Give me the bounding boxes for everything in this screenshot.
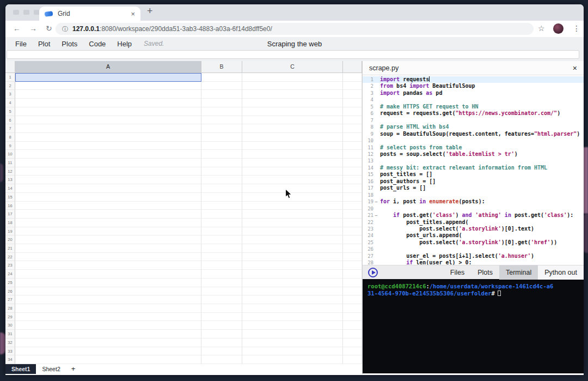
row-header[interactable]: 8 (5, 133, 15, 142)
add-sheet-button[interactable]: + (66, 364, 81, 374)
grid-cell[interactable] (201, 99, 242, 107)
grid-cell[interactable] (15, 253, 201, 262)
grid-cell[interactable] (242, 347, 343, 356)
grid-cell[interactable] (242, 235, 343, 244)
fold-marker-icon[interactable]: − (373, 212, 379, 219)
grid-cell[interactable] (242, 253, 343, 262)
grid-cell[interactable] (15, 133, 201, 142)
row-header[interactable]: 7 (5, 124, 15, 133)
code-line[interactable]: 8# parse HTML with bs4 (363, 124, 584, 130)
grid-body[interactable]: 1234567891011121314151617181920212223242… (5, 73, 362, 364)
grid-cell[interactable] (343, 338, 362, 347)
row-header[interactable]: 6 (5, 116, 15, 125)
grid-cell[interactable] (242, 270, 343, 279)
row-header[interactable]: 31 (5, 330, 15, 338)
row-header[interactable]: 12 (5, 167, 15, 176)
grid-cell[interactable] (201, 167, 242, 176)
browser-tab[interactable]: Grid × (39, 7, 140, 21)
grid-cell[interactable] (15, 338, 201, 347)
row-header[interactable]: 3 (5, 90, 15, 99)
grid-cell[interactable] (201, 142, 242, 150)
forward-button[interactable]: → (29, 24, 37, 33)
corner-cell[interactable] (5, 61, 15, 73)
grid-cell[interactable] (15, 313, 201, 322)
menu-item-help[interactable]: Help (117, 40, 132, 48)
grid-cell[interactable] (15, 184, 201, 193)
row-header[interactable]: 32 (5, 338, 15, 347)
grid-cell[interactable] (242, 202, 343, 210)
grid-cell[interactable] (15, 202, 201, 210)
row-header[interactable]: 18 (5, 219, 15, 227)
code-line[interactable]: 17post_urls = [] (363, 185, 584, 191)
grid-cell[interactable] (15, 270, 201, 279)
tab-close-icon[interactable]: × (131, 10, 135, 18)
row-header[interactable]: 25 (5, 279, 15, 287)
grid-cell[interactable] (242, 107, 343, 116)
grid-cell[interactable] (343, 235, 362, 244)
menu-item-plots[interactable]: Plots (62, 40, 77, 48)
row-header[interactable]: 4 (5, 99, 15, 107)
row-header[interactable]: 2 (5, 82, 15, 90)
column-header-b[interactable]: B (201, 61, 242, 73)
grid-cell[interactable] (201, 116, 242, 125)
grid-cell[interactable] (201, 133, 242, 142)
code-line[interactable]: 20 (363, 205, 584, 212)
code-area[interactable]: 1import requests2from bs4 import Beautif… (363, 75, 584, 265)
grid-cell[interactable] (201, 124, 242, 133)
row-header[interactable]: 24 (5, 270, 15, 279)
new-tab-button[interactable]: + (147, 5, 153, 17)
selected-cell-a1[interactable] (15, 73, 201, 82)
grid-cell[interactable] (343, 124, 362, 133)
row-header[interactable]: 16 (5, 202, 15, 210)
grid-cell[interactable] (15, 235, 201, 244)
url-bar[interactable]: ⓘ 127.0.0.1:8080/workspace/290dda51-3ab3… (56, 23, 534, 35)
grid-cell[interactable] (201, 184, 242, 193)
row-header[interactable]: 1 (5, 73, 15, 82)
grid-cell[interactable] (201, 150, 242, 159)
code-line[interactable]: 16post_authors = [] (363, 178, 584, 185)
grid-cell[interactable] (201, 202, 242, 210)
code-line[interactable]: 21− if post.get('class') and 'athing' in… (363, 212, 584, 219)
grid-cell[interactable] (343, 287, 362, 296)
row-header[interactable]: 17 (5, 210, 15, 219)
grid-cell[interactable] (201, 227, 242, 236)
grid-cell[interactable] (343, 176, 362, 184)
grid-cell[interactable] (343, 355, 362, 364)
row-header[interactable]: 13 (5, 176, 15, 184)
editor-close-icon[interactable]: × (573, 64, 577, 72)
grid-cell[interactable] (242, 338, 343, 347)
grid-cell[interactable] (15, 227, 201, 236)
code-line[interactable]: 4 (363, 96, 584, 103)
grid-cell[interactable] (15, 116, 201, 125)
grid-cell[interactable] (15, 244, 201, 253)
code-line[interactable]: 28 if len(user_el) > 0: (363, 259, 584, 265)
panel-tab-plots[interactable]: Plots (471, 265, 499, 280)
sheet-tab-sheet1[interactable]: Sheet1 (5, 364, 36, 374)
grid-cell[interactable] (343, 321, 362, 330)
grid-cell[interactable] (15, 176, 201, 184)
grid-cell[interactable] (201, 193, 242, 202)
grid-cell[interactable] (201, 287, 242, 296)
menu-item-plot[interactable]: Plot (38, 40, 50, 48)
grid-cell[interactable] (201, 107, 242, 116)
reload-button[interactable]: ↻ (46, 24, 52, 33)
grid-cell[interactable] (343, 73, 362, 82)
grid-cell[interactable] (343, 347, 362, 356)
grid-cell[interactable] (343, 219, 362, 227)
row-header[interactable]: 30 (5, 321, 15, 330)
code-line[interactable]: 19−for i, post in enumerate(posts): (363, 198, 584, 205)
grid-cell[interactable] (201, 261, 242, 270)
bookmark-star-icon[interactable]: ☆ (538, 24, 545, 33)
browser-menu-icon[interactable]: ⋮ (573, 24, 580, 33)
grid-cell[interactable] (15, 142, 201, 150)
fold-marker-icon[interactable]: − (373, 198, 379, 205)
window-control-button[interactable] (13, 10, 19, 15)
panel-tab-terminal[interactable]: Terminal (499, 265, 538, 280)
grid-cell[interactable] (242, 321, 343, 330)
column-header-c[interactable]: C (242, 61, 343, 73)
menu-item-file[interactable]: File (15, 40, 27, 48)
grid-cell[interactable] (343, 107, 362, 116)
code-line[interactable]: 9soup = BeautifulSoup(request.content, f… (363, 131, 584, 137)
grid-cell[interactable] (343, 253, 362, 262)
grid-cell[interactable] (201, 73, 242, 82)
